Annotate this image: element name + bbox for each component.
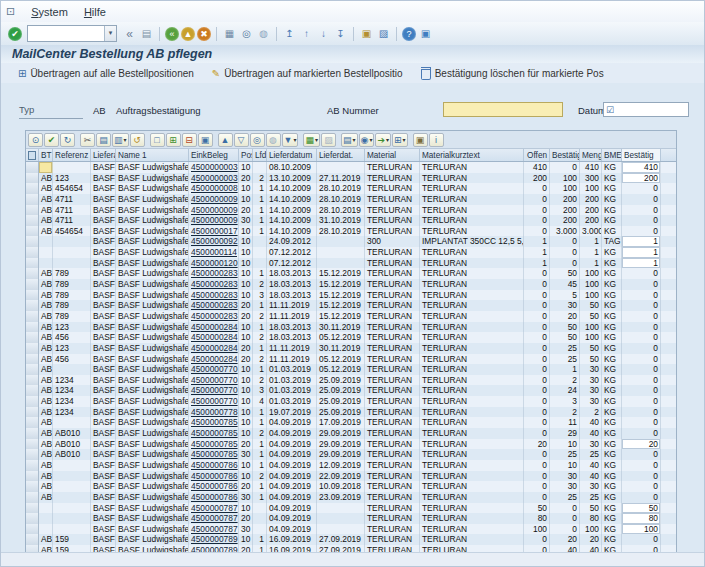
refresh-button[interactable]: ↻ [60,133,75,147]
purchase-doc-link[interactable]: 4500000785 [191,449,238,459]
row-select-button[interactable] [26,364,39,375]
row-select-button[interactable] [26,417,39,428]
graphic-button[interactable]: ▦▾ [303,133,320,147]
copy-button[interactable]: ▤ [96,133,111,147]
export-button[interactable]: ➔▾ [375,133,391,147]
last-page-icon[interactable]: ↧ [333,26,348,41]
row-select-button[interactable] [26,449,39,460]
column-header-material[interactable]: Material [365,149,420,161]
row-select-button[interactable] [26,396,39,407]
exit-icon[interactable]: ▲ [181,27,195,41]
column-header-offen[interactable]: Offen [524,149,550,161]
cancel-icon[interactable]: ✖ [197,27,211,41]
purchase-doc-link[interactable]: 4500000283 [191,311,238,321]
column-header-lieferant[interactable]: Lieferant [91,149,116,161]
purchase-doc-link[interactable]: 4500000770 [191,375,238,385]
purchase-doc-link[interactable]: 4500000008 [191,183,238,193]
row-select-button[interactable] [26,226,39,237]
purchase-doc-link[interactable]: 4500000283 [191,300,238,310]
purchase-doc-link[interactable]: 4500000003 [191,162,238,172]
purchase-doc-link[interactable]: 4500000009 [191,194,238,204]
purchase-doc-link[interactable]: 4500000786 [191,492,238,502]
help-icon[interactable]: ? [402,27,416,41]
details-button[interactable]: ⊙ [28,133,43,147]
row-select-button[interactable] [26,385,39,396]
collapse-command-icon[interactable]: « [122,26,137,41]
ab-nummer-input[interactable] [443,102,563,117]
row-select-button[interactable] [26,290,39,301]
confirm-qty-input-cell[interactable]: 1 [622,247,661,258]
row-select-button[interactable] [26,332,39,343]
column-header-beleg[interactable]: EinkBeleg [189,149,239,161]
row-select-button[interactable] [26,268,39,279]
column-header-bestaetig2[interactable]: Bestätig [622,149,661,161]
info-button[interactable]: i [429,133,444,147]
row-select-button[interactable] [26,205,39,216]
menu-item-system[interactable]: System [23,4,76,20]
check-entries-button[interactable]: ✔ [44,133,59,147]
column-header-bme[interactable]: BME [602,149,622,161]
find-icon[interactable]: ◎ [239,26,254,41]
save-icon[interactable]: ▤ [139,26,154,41]
row-select-button[interactable] [26,534,39,545]
column-header-menge[interactable]: Menge [580,149,602,161]
column-header-lfdnr[interactable]: LfdNr [253,149,267,161]
row-select-button[interactable] [26,354,39,365]
row-select-button[interactable] [26,322,39,333]
purchase-doc-link[interactable]: 4500000092 [191,236,238,246]
row-select-button[interactable] [26,311,39,322]
delete-confirmation-button[interactable]: Bestätigung löschen für markierte Pos [412,64,613,82]
purchase-doc-link[interactable]: 4500000786 [191,481,238,491]
purchase-doc-link[interactable]: 4500000787 [191,524,238,534]
row-select-button[interactable] [26,439,39,450]
transfer-marked-button[interactable]: ✎Übertragen auf markierten Bestellpositi… [203,64,412,82]
column-header-name1[interactable]: Name 1 [116,149,189,161]
row-select-button[interactable] [26,343,39,354]
purchase-doc-link[interactable]: 4500000017 [191,226,238,236]
row-select-button[interactable] [26,503,39,514]
purchase-doc-link[interactable]: 4500000785 [191,428,238,438]
column-header-sel[interactable] [26,149,39,161]
purchase-doc-link[interactable]: 4500000787 [191,503,238,513]
select-all-icon[interactable] [28,151,36,160]
row-select-button[interactable] [26,236,39,247]
row-select-button[interactable] [26,247,39,258]
row-select-button[interactable] [26,375,39,386]
row-select-button[interactable] [26,492,39,503]
purchase-doc-link[interactable]: 4500000785 [191,417,238,427]
row-select-button[interactable] [26,258,39,269]
append-row-button[interactable]: ⊞ [166,133,181,147]
date-matchcode-icon[interactable]: ☑ [606,105,614,115]
customize-layout-icon[interactable]: ▣ [418,26,433,41]
find-next-icon[interactable]: ◍ [256,26,271,41]
row-select-button[interactable] [26,460,39,471]
undo-button[interactable]: ↺ [130,133,145,147]
purchase-doc-link[interactable]: 4500000009 [191,215,238,225]
row-select-button[interactable] [26,471,39,482]
column-header-lieferdatum[interactable]: Lieferdatum [267,149,317,161]
column-header-bt[interactable]: BT [39,149,53,161]
row-select-button[interactable] [26,183,39,194]
row-select-button[interactable] [26,300,39,311]
confirm-qty-input-cell[interactable]: 200 [622,173,661,184]
next-page-icon[interactable]: ↓ [316,26,331,41]
column-header-pos[interactable]: Pos [239,149,253,161]
filter-button[interactable]: ▼▾ [282,133,299,147]
purchase-doc-link[interactable]: 4500000003 [191,173,238,183]
cut-button[interactable]: ✂ [80,133,95,147]
paste-button[interactable]: ▥▾ [112,133,129,147]
column-header-filler[interactable] [661,149,676,161]
row-select-button[interactable] [26,407,39,418]
new-session-icon[interactable]: ▣ [359,26,374,41]
purchase-doc-link[interactable]: 4500000114 [191,247,237,257]
row-select-button[interactable] [26,279,39,290]
purchase-doc-link[interactable]: 4500000120 [191,258,238,268]
column-header-lieferdat[interactable]: Lieferdat. [317,149,365,161]
find-next-button[interactable]: ◍ [266,133,281,147]
row-select-button[interactable] [26,428,39,439]
menu-item-hilfe[interactable]: Hilfe [76,4,114,20]
command-dropdown-icon[interactable]: ▾ [104,26,116,41]
row-select-button[interactable] [26,215,39,226]
row-select-button[interactable] [26,524,39,535]
back-icon[interactable]: « [165,27,179,41]
